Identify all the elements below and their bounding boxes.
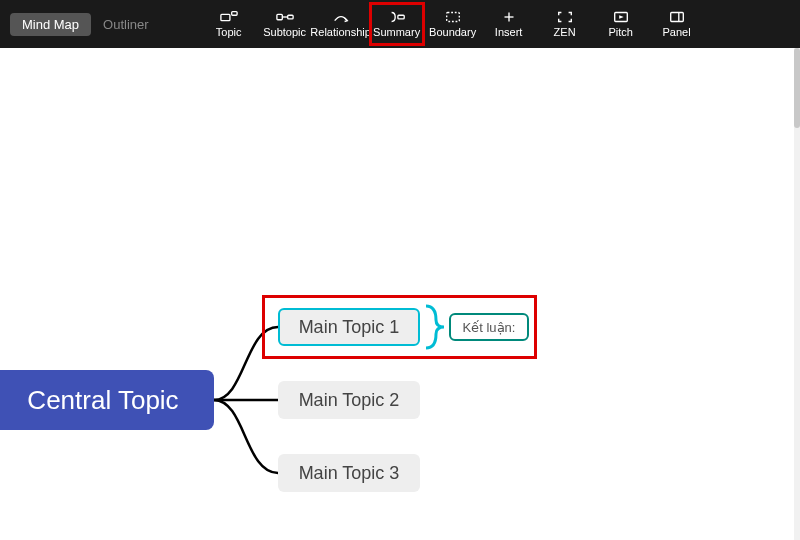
pitch-icon: [612, 10, 630, 24]
summary-icon: [388, 10, 406, 24]
panel-button[interactable]: Panel: [649, 2, 705, 46]
svg-rect-4: [287, 15, 292, 19]
view-toggle: Mind Map Outliner: [10, 13, 161, 36]
toolbar-label: ZEN: [554, 26, 576, 38]
view-outliner-button[interactable]: Outliner: [91, 13, 161, 36]
svg-rect-1: [231, 12, 236, 16]
toolbar-label: Subtopic: [263, 26, 306, 38]
toolbar-label: Boundary: [429, 26, 476, 38]
topic-node-1[interactable]: Main Topic 1: [278, 308, 420, 346]
relationship-icon: [332, 10, 350, 24]
toolbar: Mind Map Outliner Topic Subtopic Relatio…: [0, 0, 800, 48]
subtopic-icon: [276, 10, 294, 24]
boundary-icon: [444, 10, 462, 24]
topic-icon: [220, 10, 238, 24]
summary-brace-icon: [422, 302, 448, 352]
topic-node-2[interactable]: Main Topic 2: [278, 381, 420, 419]
toolbar-label: Relationship: [310, 26, 371, 38]
topic-node-3[interactable]: Main Topic 3: [278, 454, 420, 492]
zen-button[interactable]: ZEN: [537, 2, 593, 46]
toolbar-label: Topic: [216, 26, 242, 38]
canvas[interactable]: Central Topic Main Topic 1 Main Topic 2 …: [0, 48, 800, 540]
toolbar-label: Summary: [373, 26, 420, 38]
svg-rect-5: [398, 15, 404, 19]
zen-icon: [556, 10, 574, 24]
svg-rect-6: [446, 13, 459, 22]
relationship-button[interactable]: Relationship: [313, 2, 369, 46]
insert-button[interactable]: Insert: [481, 2, 537, 46]
toolbar-label: Insert: [495, 26, 523, 38]
pitch-button[interactable]: Pitch: [593, 2, 649, 46]
svg-rect-0: [221, 14, 230, 20]
toolbar-label: Pitch: [608, 26, 632, 38]
svg-rect-11: [670, 13, 683, 22]
panel-icon: [668, 10, 686, 24]
boundary-button[interactable]: Boundary: [425, 2, 481, 46]
svg-marker-10: [619, 15, 624, 19]
svg-rect-2: [277, 14, 282, 19]
toolbar-label: Panel: [663, 26, 691, 38]
summary-button[interactable]: Summary: [369, 2, 425, 46]
view-mindmap-button[interactable]: Mind Map: [10, 13, 91, 36]
subtopic-button[interactable]: Subtopic: [257, 2, 313, 46]
topic-button[interactable]: Topic: [201, 2, 257, 46]
central-topic-node[interactable]: Central Topic: [0, 370, 214, 430]
vertical-scrollbar[interactable]: [794, 48, 800, 540]
insert-icon: [500, 10, 518, 24]
summary-node[interactable]: Kết luận:: [449, 313, 529, 341]
toolbar-items: Topic Subtopic Relationship Summary Boun…: [201, 2, 705, 46]
